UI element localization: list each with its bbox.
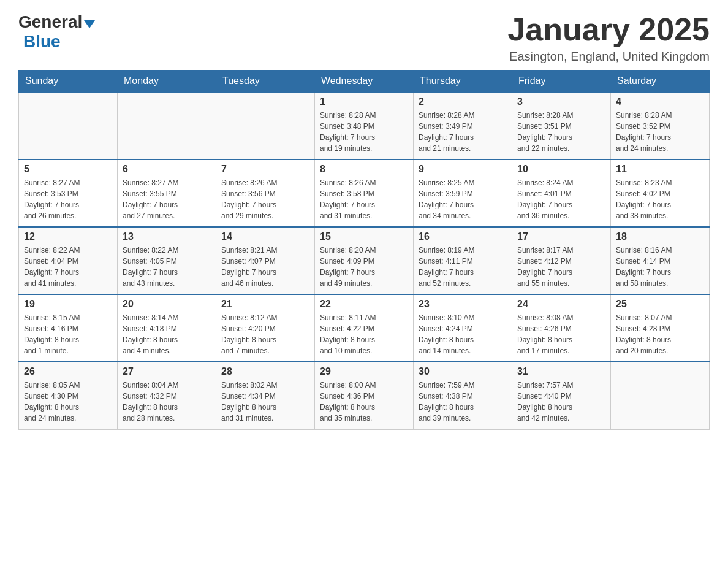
day-number: 23 — [419, 299, 507, 310]
day-info: Sunrise: 8:15 AMSunset: 4:16 PMDaylight:… — [24, 312, 112, 356]
calendar-cell: 26Sunrise: 8:05 AMSunset: 4:30 PMDayligh… — [19, 362, 118, 429]
day-info: Sunrise: 8:26 AMSunset: 3:56 PMDaylight:… — [221, 177, 309, 221]
calendar-week-row: 1Sunrise: 8:28 AMSunset: 3:48 PMDaylight… — [19, 92, 710, 159]
day-number: 17 — [517, 231, 605, 242]
logo-triangle-icon — [84, 20, 95, 28]
day-header-sunday: Sunday — [19, 71, 118, 93]
calendar-cell: 12Sunrise: 8:22 AMSunset: 4:04 PMDayligh… — [19, 227, 118, 294]
day-info: Sunrise: 7:57 AMSunset: 4:40 PMDaylight:… — [517, 380, 605, 424]
day-number: 11 — [616, 164, 704, 175]
day-number: 9 — [419, 164, 507, 175]
day-info: Sunrise: 8:25 AMSunset: 3:59 PMDaylight:… — [419, 177, 507, 221]
day-number: 8 — [320, 164, 408, 175]
calendar-cell — [118, 92, 216, 159]
day-info: Sunrise: 8:16 AMSunset: 4:14 PMDaylight:… — [616, 245, 704, 289]
day-number: 1 — [320, 96, 408, 107]
day-info: Sunrise: 8:28 AMSunset: 3:51 PMDaylight:… — [517, 110, 605, 154]
page-header: General Blue January 2025 Easington, Eng… — [18, 12, 710, 64]
calendar-cell: 9Sunrise: 8:25 AMSunset: 3:59 PMDaylight… — [414, 159, 512, 227]
day-number: 21 — [221, 299, 309, 310]
day-info: Sunrise: 8:19 AMSunset: 4:11 PMDaylight:… — [419, 245, 507, 289]
day-number: 30 — [419, 366, 507, 377]
calendar-cell: 6Sunrise: 8:27 AMSunset: 3:55 PMDaylight… — [118, 159, 216, 227]
day-number: 7 — [221, 164, 309, 175]
day-info: Sunrise: 8:23 AMSunset: 4:02 PMDaylight:… — [616, 177, 704, 221]
day-number: 14 — [221, 231, 309, 242]
day-number: 24 — [517, 299, 605, 310]
day-number: 26 — [24, 366, 112, 377]
calendar-cell: 7Sunrise: 8:26 AMSunset: 3:56 PMDaylight… — [216, 159, 315, 227]
calendar-cell — [611, 362, 710, 429]
logo-general: General — [18, 12, 82, 32]
day-number: 19 — [24, 299, 112, 310]
calendar-week-row: 12Sunrise: 8:22 AMSunset: 4:04 PMDayligh… — [19, 227, 710, 294]
day-number: 2 — [419, 96, 507, 107]
calendar-cell: 23Sunrise: 8:10 AMSunset: 4:24 PMDayligh… — [414, 294, 512, 362]
calendar-cell: 16Sunrise: 8:19 AMSunset: 4:11 PMDayligh… — [414, 227, 512, 294]
day-info: Sunrise: 8:27 AMSunset: 3:55 PMDaylight:… — [123, 177, 211, 221]
calendar-cell: 5Sunrise: 8:27 AMSunset: 3:53 PMDaylight… — [19, 159, 118, 227]
calendar-cell: 2Sunrise: 8:28 AMSunset: 3:49 PMDaylight… — [414, 92, 512, 159]
day-header-monday: Monday — [118, 71, 216, 93]
day-info: Sunrise: 8:08 AMSunset: 4:26 PMDaylight:… — [517, 312, 605, 356]
day-number: 18 — [616, 231, 704, 242]
day-header-saturday: Saturday — [611, 71, 710, 93]
calendar-cell: 8Sunrise: 8:26 AMSunset: 3:58 PMDaylight… — [315, 159, 414, 227]
location: Easington, England, United Kingdom — [507, 50, 710, 64]
calendar-cell: 21Sunrise: 8:12 AMSunset: 4:20 PMDayligh… — [216, 294, 315, 362]
day-info: Sunrise: 8:22 AMSunset: 4:05 PMDaylight:… — [123, 245, 211, 289]
calendar-cell: 17Sunrise: 8:17 AMSunset: 4:12 PMDayligh… — [512, 227, 611, 294]
calendar-cell: 31Sunrise: 7:57 AMSunset: 4:40 PMDayligh… — [512, 362, 611, 429]
day-number: 20 — [123, 299, 211, 310]
day-info: Sunrise: 8:22 AMSunset: 4:04 PMDaylight:… — [24, 245, 112, 289]
day-header-thursday: Thursday — [414, 71, 512, 93]
month-title: January 2025 — [507, 12, 710, 47]
day-number: 25 — [616, 299, 704, 310]
day-number: 3 — [517, 96, 605, 107]
day-info: Sunrise: 8:07 AMSunset: 4:28 PMDaylight:… — [616, 312, 704, 356]
calendar-cell: 11Sunrise: 8:23 AMSunset: 4:02 PMDayligh… — [611, 159, 710, 227]
day-info: Sunrise: 8:02 AMSunset: 4:34 PMDaylight:… — [221, 380, 309, 424]
calendar-cell: 24Sunrise: 8:08 AMSunset: 4:26 PMDayligh… — [512, 294, 611, 362]
day-info: Sunrise: 8:28 AMSunset: 3:52 PMDaylight:… — [616, 110, 704, 154]
calendar-cell: 19Sunrise: 8:15 AMSunset: 4:16 PMDayligh… — [19, 294, 118, 362]
day-header-wednesday: Wednesday — [315, 71, 414, 93]
calendar-week-row: 19Sunrise: 8:15 AMSunset: 4:16 PMDayligh… — [19, 294, 710, 362]
title-section: January 2025 Easington, England, United … — [507, 12, 710, 64]
day-number: 5 — [24, 164, 112, 175]
calendar-week-row: 26Sunrise: 8:05 AMSunset: 4:30 PMDayligh… — [19, 362, 710, 429]
day-info: Sunrise: 8:11 AMSunset: 4:22 PMDaylight:… — [320, 312, 408, 356]
day-number: 28 — [221, 366, 309, 377]
calendar-week-row: 5Sunrise: 8:27 AMSunset: 3:53 PMDaylight… — [19, 159, 710, 227]
day-info: Sunrise: 8:28 AMSunset: 3:49 PMDaylight:… — [419, 110, 507, 154]
calendar-cell: 1Sunrise: 8:28 AMSunset: 3:48 PMDaylight… — [315, 92, 414, 159]
day-info: Sunrise: 8:10 AMSunset: 4:24 PMDaylight:… — [419, 312, 507, 356]
day-number: 15 — [320, 231, 408, 242]
day-info: Sunrise: 8:27 AMSunset: 3:53 PMDaylight:… — [24, 177, 112, 221]
calendar-cell: 30Sunrise: 7:59 AMSunset: 4:38 PMDayligh… — [414, 362, 512, 429]
calendar-cell — [19, 92, 118, 159]
calendar-cell: 29Sunrise: 8:00 AMSunset: 4:36 PMDayligh… — [315, 362, 414, 429]
day-info: Sunrise: 8:20 AMSunset: 4:09 PMDaylight:… — [320, 245, 408, 289]
day-info: Sunrise: 8:24 AMSunset: 4:01 PMDaylight:… — [517, 177, 605, 221]
day-number: 10 — [517, 164, 605, 175]
calendar-cell: 10Sunrise: 8:24 AMSunset: 4:01 PMDayligh… — [512, 159, 611, 227]
day-number: 22 — [320, 299, 408, 310]
calendar-cell — [216, 92, 315, 159]
day-info: Sunrise: 8:28 AMSunset: 3:48 PMDaylight:… — [320, 110, 408, 154]
day-header-friday: Friday — [512, 71, 611, 93]
day-info: Sunrise: 8:12 AMSunset: 4:20 PMDaylight:… — [221, 312, 309, 356]
calendar-cell: 4Sunrise: 8:28 AMSunset: 3:52 PMDaylight… — [611, 92, 710, 159]
day-info: Sunrise: 8:17 AMSunset: 4:12 PMDaylight:… — [517, 245, 605, 289]
calendar-header-row: SundayMondayTuesdayWednesdayThursdayFrid… — [19, 71, 710, 93]
day-info: Sunrise: 8:04 AMSunset: 4:32 PMDaylight:… — [123, 380, 211, 424]
day-number: 27 — [123, 366, 211, 377]
day-header-tuesday: Tuesday — [216, 71, 315, 93]
day-info: Sunrise: 8:00 AMSunset: 4:36 PMDaylight:… — [320, 380, 408, 424]
calendar-cell: 28Sunrise: 8:02 AMSunset: 4:34 PMDayligh… — [216, 362, 315, 429]
day-number: 29 — [320, 366, 408, 377]
day-number: 31 — [517, 366, 605, 377]
day-info: Sunrise: 8:05 AMSunset: 4:30 PMDaylight:… — [24, 380, 112, 424]
day-info: Sunrise: 8:21 AMSunset: 4:07 PMDaylight:… — [221, 245, 309, 289]
calendar-cell: 15Sunrise: 8:20 AMSunset: 4:09 PMDayligh… — [315, 227, 414, 294]
